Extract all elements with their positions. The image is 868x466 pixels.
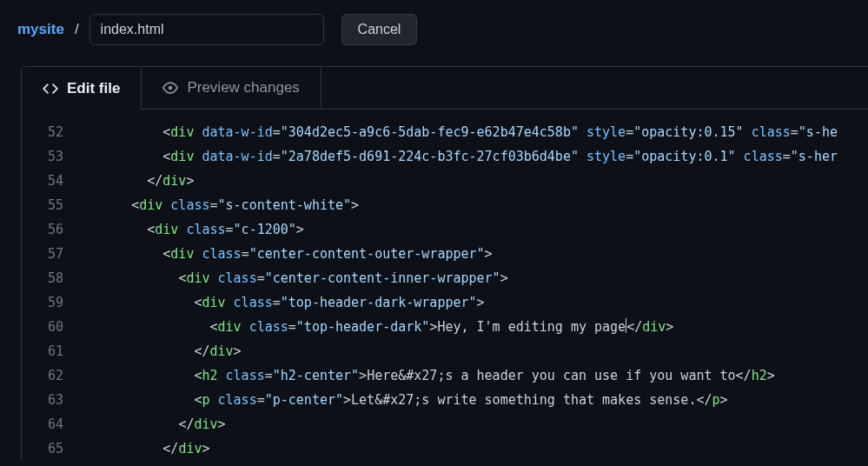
code-line[interactable]: 59 <div class="top-header-dark-wrapper"> [22, 290, 868, 315]
code-content[interactable]: <div class="center-content-outer-wrapper… [84, 242, 868, 266]
line-number: 55 [22, 193, 84, 217]
line-number: 57 [22, 242, 84, 266]
tab-edit-file[interactable]: Edit file [22, 67, 142, 110]
code-content[interactable]: <div class="top-header-dark">Hey, I'm ed… [84, 315, 868, 339]
code-content[interactable]: <div class="center-content-inner-wrapper… [84, 266, 868, 290]
breadcrumb-separator: / [75, 21, 79, 38]
code-content[interactable]: </div> [84, 339, 868, 363]
cancel-button[interactable]: Cancel [341, 14, 418, 45]
code-line[interactable]: 64 </div> [22, 412, 868, 436]
tab-preview-label: Preview changes [187, 79, 299, 97]
code-line[interactable]: 62 <h2 class="h2-center">Here&#x27;s a h… [22, 363, 868, 388]
line-number: 54 [22, 169, 84, 193]
code-line[interactable]: 58 <div class="center-content-inner-wrap… [22, 266, 868, 290]
code-content[interactable]: </div> [84, 169, 868, 193]
line-number: 53 [22, 144, 84, 169]
code-line[interactable]: 55 <div class="s-content-white"> [22, 193, 868, 217]
code-content[interactable]: <div data-w-id="304d2ec5-a9c6-5dab-fec9-… [84, 120, 868, 144]
code-content[interactable]: <div data-w-id="2a78def5-d691-224c-b3fc-… [84, 144, 868, 169]
code-line[interactable]: 52 <div data-w-id="304d2ec5-a9c6-5dab-fe… [22, 120, 868, 144]
code-content[interactable]: <div class="c-1200"> [84, 217, 868, 242]
code-editor[interactable]: 52 <div data-w-id="304d2ec5-a9c6-5dab-fe… [22, 110, 868, 461]
code-line[interactable]: 56 <div class="c-1200"> [22, 217, 868, 242]
filename-input[interactable] [89, 14, 324, 45]
line-number: 60 [22, 315, 84, 339]
line-number: 52 [22, 120, 84, 144]
code-line[interactable]: 57 <div class="center-content-outer-wrap… [22, 242, 868, 266]
code-content[interactable]: <p class="p-center">Let&#x27;s write som… [84, 388, 868, 412]
code-line[interactable]: 53 <div data-w-id="2a78def5-d691-224c-b3… [22, 144, 868, 169]
tabs-filler [321, 67, 868, 110]
code-line[interactable]: 60 <div class="top-header-dark">Hey, I'm… [22, 315, 868, 339]
code-line[interactable]: 61 </div> [22, 339, 868, 363]
code-content[interactable]: <div class="s-content-white"> [84, 193, 868, 217]
line-number: 62 [22, 363, 84, 388]
line-number: 61 [22, 339, 84, 363]
code-content[interactable]: <h2 class="h2-center">Here&#x27;s a head… [84, 363, 868, 388]
breadcrumb-repo-link[interactable]: mysite [17, 21, 64, 38]
code-content[interactable]: </div> [84, 412, 868, 436]
line-number: 65 [22, 436, 84, 461]
line-number: 59 [22, 290, 84, 315]
code-icon [43, 81, 58, 97]
breadcrumb-row: mysite / Cancel [0, 0, 868, 59]
line-number: 56 [22, 217, 84, 242]
line-number: 63 [22, 388, 84, 412]
code-line[interactable]: 63 <p class="p-center">Let&#x27;s write … [22, 388, 868, 412]
code-content[interactable]: </div> [84, 436, 868, 461]
tab-preview-changes[interactable]: Preview changes [142, 67, 321, 110]
code-line[interactable]: 54 </div> [22, 169, 868, 193]
eye-icon [162, 80, 178, 96]
editor-container: Edit file Preview changes 52 <div data-w… [21, 66, 868, 461]
code-line[interactable]: 65 </div> [22, 436, 868, 461]
editor-tabs: Edit file Preview changes [22, 67, 868, 110]
tab-edit-label: Edit file [67, 80, 120, 97]
line-number: 58 [22, 266, 84, 290]
line-number: 64 [22, 412, 84, 436]
code-content[interactable]: <div class="top-header-dark-wrapper"> [84, 290, 868, 315]
